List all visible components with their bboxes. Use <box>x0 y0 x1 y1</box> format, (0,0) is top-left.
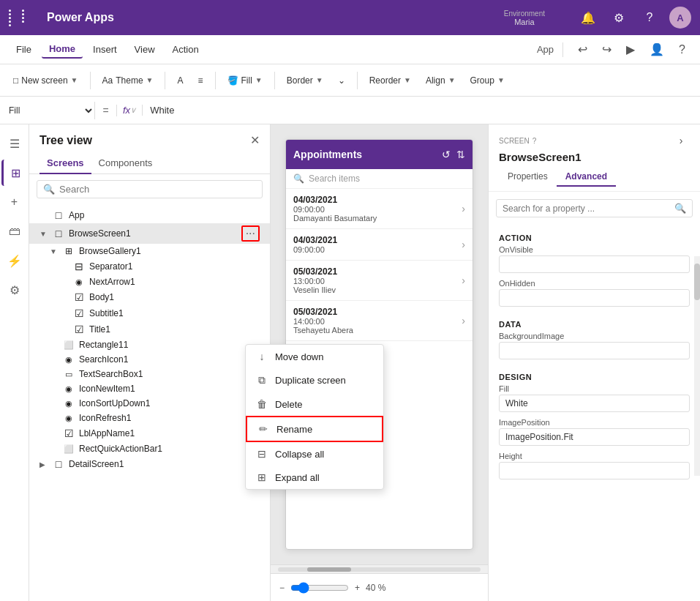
new-screen-btn[interactable]: □ New screen ▼ <box>7 72 84 89</box>
props-search-input[interactable] <box>503 204 670 214</box>
group-btn[interactable]: Group ▼ <box>464 72 511 89</box>
fill-input[interactable] <box>499 395 690 412</box>
menu-file[interactable]: File <box>9 41 39 58</box>
ctx-expand-all[interactable]: ⊞ Expand all <box>246 466 383 489</box>
formula-property-select[interactable]: Fill <box>0 102 95 119</box>
tree-item-iconnewitem1[interactable]: ◉ IconNewItem1 <box>29 381 270 396</box>
avatar[interactable]: A <box>669 7 691 29</box>
props-search-box[interactable]: 🔍 <box>496 199 693 217</box>
help-icon[interactable]: ? <box>639 7 661 29</box>
item-chevron-icon: › <box>462 315 465 326</box>
play-btn[interactable]: ▶ <box>620 40 641 59</box>
sort-header-icon[interactable]: ⇅ <box>456 149 465 160</box>
tree-item-rectangle11[interactable]: ⬜ Rectangle11 <box>29 337 270 352</box>
tab-components[interactable]: Components <box>91 153 160 174</box>
tree-item-app[interactable]: □ App <box>29 207 270 223</box>
sidebar-add-icon[interactable]: + <box>1 189 28 215</box>
context-menu-dots-btn[interactable]: ··· <box>241 225 260 242</box>
tree-item-textsearchbox1[interactable]: ▭ TextSearchBox1 <box>29 367 270 381</box>
border-btn[interactable]: Border ▼ <box>281 72 329 89</box>
onvisible-input[interactable] <box>499 255 690 273</box>
tree-item-searchicon1[interactable]: ◉ SearchIcon1 <box>29 352 270 367</box>
share-btn[interactable]: 👤 <box>644 40 670 59</box>
zoom-in-btn[interactable]: + <box>355 583 360 593</box>
tree-item-body1[interactable]: ☑ Body1 <box>29 289 270 305</box>
tree-item-label: SearchIcon1 <box>79 354 260 365</box>
ctx-move-down[interactable]: ↓ Move down <box>246 345 383 368</box>
tree-item-title1[interactable]: ☑ Title1 <box>29 321 270 337</box>
undo-btn[interactable]: ↩ <box>572 40 593 59</box>
redo-btn[interactable]: ↪ <box>596 40 617 59</box>
props-scrollbar-thumb[interactable] <box>694 264 700 300</box>
body-icon: ☑ <box>73 291 85 303</box>
section-design: DESIGN <box>499 373 690 381</box>
onhidden-input[interactable] <box>499 289 690 307</box>
tree-item-detailscreen1[interactable]: ▶ □ DetailScreen1 <box>29 456 270 472</box>
sep4 <box>274 72 275 89</box>
menu-insert[interactable]: Insert <box>86 41 124 58</box>
app-list-item-1[interactable]: 04/03/2021 09:00:00 › <box>286 229 473 261</box>
tree-search-input[interactable] <box>59 184 256 195</box>
tree-item-browsegallery1[interactable]: ▼ ⊞ BrowseGallery1 <box>29 244 270 258</box>
tree-item-separator1[interactable]: ⊟ Separator1 <box>29 258 270 275</box>
apps-grid-icon[interactable] <box>9 10 34 26</box>
reorder-btn[interactable]: Reorder ▼ <box>364 72 417 89</box>
align-btn[interactable]: Align ▼ <box>420 72 462 89</box>
refresh-header-icon[interactable]: ↺ <box>442 149 451 160</box>
tree-item-iconrefresh1[interactable]: ◉ IconRefresh1 <box>29 411 270 425</box>
tree-item-nextarrow1[interactable]: ◉ NextArrow1 <box>29 275 270 289</box>
app-item-date: 04/03/2021 <box>293 195 377 205</box>
menu-home[interactable]: Home <box>42 40 83 59</box>
height-input[interactable] <box>499 462 690 479</box>
menu-view[interactable]: View <box>127 41 162 58</box>
app-list-item-0[interactable]: 04/03/2021 09:00:00 Damayanti Basumatary… <box>286 189 473 229</box>
app-list-item-2[interactable]: 05/03/2021 13:00:00 Veselin Iliev › <box>286 261 473 301</box>
tree-tabs: Screens Components <box>29 153 270 174</box>
tab-properties[interactable]: Properties <box>499 168 557 187</box>
tree-close-btn[interactable]: ✕ <box>250 133 260 147</box>
tree-item-label: IconRefresh1 <box>79 413 260 423</box>
backgroundimage-input[interactable] <box>499 342 690 359</box>
ctx-rename[interactable]: ✏ Rename <box>246 416 383 442</box>
app-item-time: 09:00:00 <box>293 245 337 254</box>
tree-item-lblappname1[interactable]: ☑ LblAppName1 <box>29 425 270 441</box>
notification-icon[interactable]: 🔔 <box>577 7 599 29</box>
chevron-down-icon: ▼ <box>50 247 59 255</box>
chevron-down-btn[interactable]: ⌄ <box>332 72 351 89</box>
ctx-duplicate-screen[interactable]: ⧉ Duplicate screen <box>246 368 383 392</box>
text-align-btn[interactable]: ≡ <box>192 72 208 89</box>
ctx-delete[interactable]: 🗑 Delete <box>246 392 383 416</box>
tree-item-iconsortupdown1[interactable]: ◉ IconSortUpDown1 <box>29 396 270 411</box>
theme-btn[interactable]: Aa Theme ▼ <box>97 72 159 89</box>
question-icon[interactable]: ? <box>532 137 537 145</box>
imageposition-input[interactable] <box>499 428 690 446</box>
ctx-collapse-all[interactable]: ⊟ Collapse all <box>246 442 383 466</box>
tab-advanced[interactable]: Advanced <box>557 168 616 187</box>
canvas-hscrollbar[interactable] <box>271 564 488 573</box>
expand-panel-btn[interactable]: › <box>672 132 690 149</box>
zoom-out-btn[interactable]: − <box>279 583 285 593</box>
tree-item-subtitle1[interactable]: ☑ Subtitle1 <box>29 305 270 321</box>
menu-action[interactable]: Action <box>165 41 206 58</box>
app-item-time: 14:00:00 <box>293 317 353 326</box>
tree-item-browsescreen1[interactable]: ▼ □ BrowseScreen1 ··· <box>29 223 270 244</box>
app-search-bar[interactable]: 🔍 Search items <box>286 169 473 189</box>
sidebar-tree-icon[interactable]: ⊞ <box>1 160 28 186</box>
help-menu-btn[interactable]: ? <box>673 40 691 59</box>
rename-icon: ✏ <box>257 423 269 435</box>
tree-item-rectquickactionbar1[interactable]: ⬜ RectQuickActionBar1 <box>29 441 270 456</box>
sidebar-data-icon[interactable]: 🗃 <box>1 218 28 244</box>
tab-screens[interactable]: Screens <box>39 153 91 174</box>
collapse-icon: ⊟ <box>256 448 268 460</box>
fill-btn[interactable]: 🪣 Fill ▼ <box>222 72 268 89</box>
app-list-item-3[interactable]: 05/03/2021 14:00:00 Tsehayetu Abera › <box>286 301 473 341</box>
settings-icon[interactable]: ⚙ <box>608 7 630 29</box>
tree-search-box[interactable]: 🔍 <box>37 180 263 198</box>
sidebar-nav-icon[interactable]: ☰ <box>1 130 28 157</box>
zoom-slider[interactable] <box>290 582 349 594</box>
sidebar-settings-icon[interactable]: ⚙ <box>1 277 28 303</box>
sidebar-power-icon[interactable]: ⚡ <box>1 247 28 274</box>
zoom-value: 40 % <box>366 583 385 593</box>
expand-icon: ⊞ <box>256 471 268 483</box>
font-color-btn[interactable]: A <box>171 72 189 89</box>
